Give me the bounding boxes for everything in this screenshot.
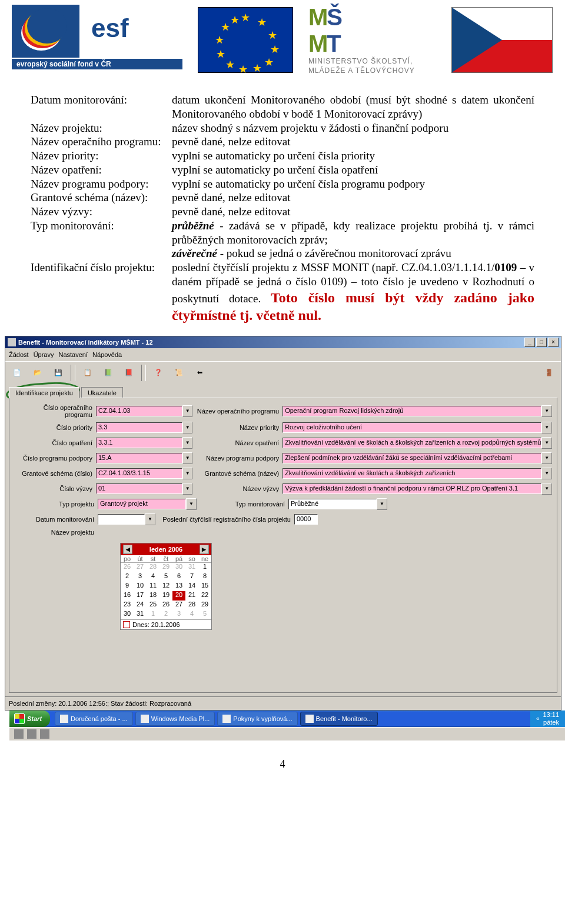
dp-day-cell[interactable]: 5	[198, 610, 211, 619]
fld-nazev-vyz[interactable]: Výzva k předkládání žádostí o finanční p…	[282, 483, 541, 494]
dd-nazev-pr[interactable]: ▼	[541, 422, 552, 433]
dd-typ-proj[interactable]: ▼	[186, 498, 197, 510]
fld-datum-mon[interactable]	[98, 514, 145, 525]
taskbar-item[interactable]: Pokyny k vyplňová...	[217, 712, 297, 726]
tb-help-icon[interactable]: ❓	[149, 363, 168, 382]
tb-copy-icon[interactable]: 📋	[78, 363, 97, 382]
fld-nazev-op[interactable]: Operační program Rozvoj lidských zdrojů	[282, 406, 541, 416]
fld-gs-nazev[interactable]: Zkvalitňování vzdělávání ve školách a šk…	[282, 468, 541, 479]
fld-cislo-vyz[interactable]: 01	[96, 483, 182, 494]
dp-day-cell[interactable]: 29	[198, 601, 211, 610]
dp-day-cell[interactable]: 21	[185, 591, 198, 601]
fld-cislo-pr[interactable]: 3.3	[96, 422, 182, 433]
dd-cislo-pp[interactable]: ▼	[182, 452, 193, 464]
fld-cislo-opat[interactable]: 3.3.1	[96, 438, 182, 448]
tb-back-icon[interactable]: ⬅	[190, 363, 209, 382]
dd-cislo-vyz[interactable]: ▼	[182, 483, 193, 495]
dp-day-cell[interactable]: 10	[134, 582, 147, 591]
dp-day-cell[interactable]: 1	[147, 610, 159, 619]
tb-reject-icon[interactable]: 📕	[119, 363, 138, 382]
fld-reg-cislo[interactable]: 0000	[294, 514, 318, 525]
ql-icon[interactable]	[14, 729, 24, 739]
tb-new-icon[interactable]: 📄	[8, 363, 26, 382]
maximize-button[interactable]: □	[536, 338, 547, 347]
dp-day-cell[interactable]: 9	[121, 582, 134, 591]
dp-day-cell[interactable]: 27	[172, 601, 185, 610]
dd-nazev-opat[interactable]: ▼	[541, 437, 552, 449]
fld-nazev-opat[interactable]: Zkvalitňování vzdělávání ve školách a šk…	[282, 438, 541, 448]
dp-day-cell[interactable]: 31	[185, 563, 198, 572]
dp-today-label[interactable]: Dnes: 20.1.2006	[132, 621, 180, 628]
close-button[interactable]: ×	[548, 338, 559, 347]
dp-day-cell[interactable]: 17	[134, 591, 147, 601]
dp-day-cell[interactable]: 29	[159, 563, 172, 572]
dd-typ-mon[interactable]: ▼	[377, 498, 387, 510]
fld-typ-proj[interactable]: Grantový projekt	[98, 499, 186, 509]
dp-day-cell[interactable]: 30	[121, 610, 134, 619]
fld-cislo-op[interactable]: CZ.04.1.03	[96, 406, 182, 416]
dp-day-cell[interactable]: 2	[121, 572, 134, 582]
dp-day-cell[interactable]: 13	[172, 582, 185, 591]
dp-day-cell[interactable]: 26	[121, 563, 134, 572]
dp-day-cell[interactable]: 18	[147, 591, 159, 601]
dd-nazev-vyz[interactable]: ▼	[541, 483, 552, 495]
dp-day-cell[interactable]: 12	[159, 582, 172, 591]
dp-day-cell[interactable]: 31	[134, 610, 147, 619]
dp-day-cell[interactable]: 30	[172, 563, 185, 572]
dp-day-cell[interactable]: 4	[147, 572, 159, 582]
dd-cislo-pr[interactable]: ▼	[182, 422, 193, 433]
dp-day-cell[interactable]: 24	[134, 601, 147, 610]
dd-cislo-op[interactable]: ▼	[182, 405, 193, 417]
dp-day-cell[interactable]: 1	[198, 563, 211, 572]
menu-bar[interactable]: Žádost Úpravy Nastavení Nápověda	[5, 348, 561, 361]
tb-doc-icon[interactable]: 📜	[170, 363, 188, 382]
menu-zadost[interactable]: Žádost	[9, 351, 29, 358]
date-picker[interactable]: ◀ leden 2006 ▶ poútstčtpásone 2627282930…	[120, 543, 212, 630]
dp-prev-icon[interactable]: ◀	[123, 545, 132, 554]
tab-ukazatele[interactable]: Ukazatele	[81, 387, 123, 398]
dd-gs-cislo[interactable]: ▼	[182, 468, 193, 479]
menu-upravy[interactable]: Úpravy	[34, 351, 54, 358]
dp-day-cell[interactable]: 7	[185, 572, 198, 582]
minimize-button[interactable]: _	[524, 338, 535, 347]
tab-identifikace[interactable]: Identifikace projektu	[9, 387, 79, 398]
dp-next-icon[interactable]: ▶	[200, 545, 209, 554]
dp-day-cell[interactable]: 6	[172, 572, 185, 582]
dp-day-cell[interactable]: 23	[121, 601, 134, 610]
start-button[interactable]: Start	[9, 710, 50, 727]
dp-day-cell[interactable]: 15	[198, 582, 211, 591]
dp-grid[interactable]: 2627282930311234567891011121314151617181…	[121, 563, 211, 619]
menu-nastaveni[interactable]: Nastavení	[58, 351, 88, 358]
tb-save-icon[interactable]: 💾	[49, 363, 68, 382]
dd-datum-mon[interactable]: ▼	[145, 513, 155, 525]
dp-day-cell[interactable]: 20	[172, 591, 185, 601]
dp-day-cell[interactable]: 28	[185, 601, 198, 610]
fld-nazev-pp[interactable]: Zlepšení podmínek pro vzdělávání žáků se…	[282, 453, 541, 463]
tb-open-icon[interactable]: 📂	[28, 363, 47, 382]
tb-approve-icon[interactable]: 📗	[99, 363, 118, 382]
dp-day-cell[interactable]: 4	[185, 610, 198, 619]
dp-day-cell[interactable]: 25	[147, 601, 159, 610]
dp-day-cell[interactable]: 19	[159, 591, 172, 601]
dd-nazev-op[interactable]: ▼	[541, 405, 552, 417]
dp-day-cell[interactable]: 8	[198, 572, 211, 582]
dp-day-cell[interactable]: 22	[198, 591, 211, 601]
taskbar-item[interactable]: Windows Media Pl...	[135, 712, 215, 726]
ql-icon[interactable]	[27, 729, 36, 739]
dd-gs-nazev[interactable]: ▼	[541, 468, 552, 479]
fld-cislo-pp[interactable]: 15.A	[96, 453, 182, 463]
taskbar-item[interactable]: Doručená pošta - ...	[55, 712, 133, 726]
dp-day-cell[interactable]: 3	[134, 572, 147, 582]
dd-cislo-opat[interactable]: ▼	[182, 437, 193, 449]
taskbar-item[interactable]: Benefit - Monitoro...	[300, 712, 378, 726]
dp-day-cell[interactable]: 5	[159, 572, 172, 582]
ql-icon[interactable]	[40, 729, 49, 739]
dp-day-cell[interactable]: 2	[159, 610, 172, 619]
system-tray[interactable]: « 13:11 pátek	[530, 710, 565, 727]
dp-day-cell[interactable]: 27	[134, 563, 147, 572]
dp-day-cell[interactable]: 16	[121, 591, 134, 601]
tb-exit-icon[interactable]: 🚪	[540, 363, 559, 382]
dp-day-cell[interactable]: 3	[172, 610, 185, 619]
dp-day-cell[interactable]: 26	[159, 601, 172, 610]
dp-day-cell[interactable]: 28	[147, 563, 159, 572]
